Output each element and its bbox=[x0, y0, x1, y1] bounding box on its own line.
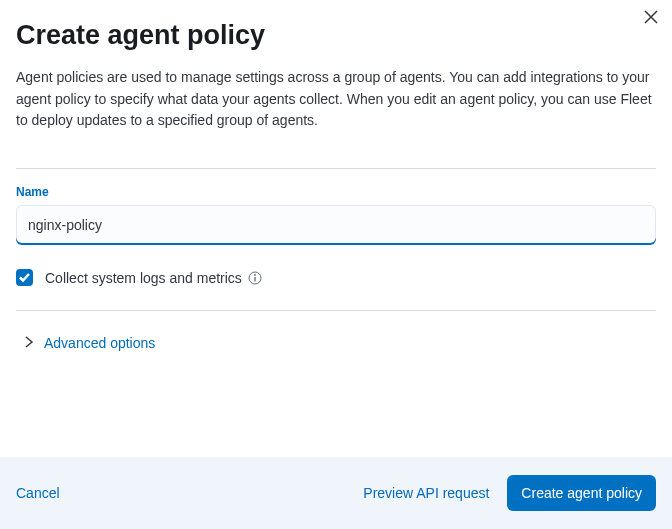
divider bbox=[16, 310, 656, 311]
page-description: Agent policies are used to manage settin… bbox=[16, 67, 656, 132]
collect-checkbox-label: Collect system logs and metrics bbox=[45, 270, 262, 286]
collect-checkbox[interactable] bbox=[16, 269, 33, 286]
modal-footer: Cancel Preview API request Create agent … bbox=[0, 457, 672, 529]
close-icon bbox=[644, 12, 658, 27]
create-agent-policy-button[interactable]: Create agent policy bbox=[507, 475, 656, 511]
page-title: Create agent policy bbox=[16, 20, 656, 51]
collect-checkbox-text: Collect system logs and metrics bbox=[45, 270, 242, 286]
advanced-options-toggle[interactable]: Advanced options bbox=[16, 331, 163, 355]
name-input[interactable] bbox=[16, 205, 656, 245]
check-icon bbox=[19, 270, 30, 285]
name-field-label: Name bbox=[16, 185, 656, 199]
divider bbox=[16, 168, 656, 169]
preview-api-button[interactable]: Preview API request bbox=[363, 485, 489, 501]
info-icon[interactable] bbox=[248, 271, 262, 285]
close-button[interactable] bbox=[640, 6, 662, 31]
svg-point-1 bbox=[254, 274, 256, 276]
advanced-options-label: Advanced options bbox=[44, 335, 155, 351]
chevron-right-icon bbox=[24, 336, 34, 351]
svg-rect-2 bbox=[254, 277, 255, 282]
cancel-button[interactable]: Cancel bbox=[16, 485, 60, 501]
